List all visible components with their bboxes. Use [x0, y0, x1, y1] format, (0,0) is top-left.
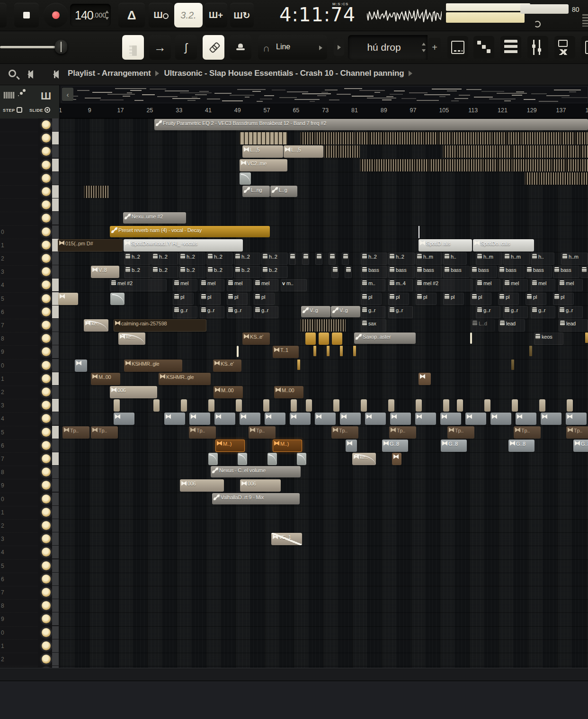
- track-mute-led[interactable]: [42, 655, 51, 664]
- playlist-clip[interactable]: [327, 346, 330, 356]
- ruler-bar-number[interactable]: 25: [146, 107, 153, 114]
- audio-preview-icon[interactable]: [53, 70, 59, 79]
- track-mute-led[interactable]: [42, 120, 51, 129]
- pattern-prev-button[interactable]: [334, 39, 344, 56]
- track-mute-led[interactable]: [42, 428, 51, 437]
- track-mute-led[interactable]: [42, 321, 51, 330]
- playlist-clip[interactable]: Tp..: [447, 426, 474, 439]
- playlist-clip[interactable]: pl: [200, 293, 221, 305]
- playlist-clip[interactable]: [84, 186, 108, 198]
- track-color-bar[interactable]: [52, 172, 59, 185]
- playlist-clip[interactable]: mel: [227, 279, 251, 291]
- playlist-clip[interactable]: g..r: [476, 306, 500, 318]
- playlist-clip[interactable]: L..g: [270, 186, 297, 197]
- stop-button[interactable]: [14, 3, 39, 27]
- track-mute-led[interactable]: [42, 161, 51, 170]
- track-mute-led[interactable]: [42, 361, 51, 370]
- loop-recording-button[interactable]: Ш↻: [230, 3, 254, 27]
- playlist-clip[interactable]: SpotiDownload..Y HI_ -vocals: [124, 239, 243, 252]
- track-mute-led[interactable]: [42, 254, 51, 263]
- track-color-bar[interactable]: [52, 573, 59, 585]
- playlist-clip[interactable]: [189, 413, 210, 425]
- playlist-clip[interactable]: [208, 399, 214, 412]
- playlist-clip[interactable]: Tp..: [62, 426, 89, 439]
- breadcrumb-title[interactable]: Ultrasonic - Slap House Essentials - Cra…: [164, 69, 404, 78]
- ruler-bar-number[interactable]: 137: [556, 107, 566, 114]
- playlist-clip[interactable]: L..ng: [242, 186, 270, 197]
- track-mute-led[interactable]: [42, 494, 51, 503]
- playlist-clip[interactable]: [300, 319, 346, 332]
- playlist-clip[interactable]: bass: [471, 266, 497, 278]
- step-checkbox[interactable]: [17, 107, 22, 113]
- track-mute-led[interactable]: [42, 441, 51, 450]
- track-mute-led[interactable]: [42, 387, 51, 396]
- playlist-clip[interactable]: [240, 172, 251, 185]
- step-toggle[interactable]: STEP: [3, 107, 22, 113]
- playlist-clip[interactable]: [415, 413, 436, 425]
- playlist-clip[interactable]: pl: [388, 293, 409, 305]
- track-color-bar[interactable]: [52, 599, 59, 612]
- playlist-clip[interactable]: keos: [534, 333, 563, 345]
- playlist-clip[interactable]: [361, 399, 367, 412]
- playlist-clip[interactable]: b..2: [179, 266, 205, 278]
- playlist-clip[interactable]: [470, 333, 472, 344]
- playlist-clip[interactable]: [490, 413, 511, 425]
- track-mute-led[interactable]: [42, 227, 51, 236]
- playlist-clip[interactable]: [240, 413, 260, 425]
- slide-toggle[interactable]: SLIDE: [29, 107, 50, 113]
- playlist-clip[interactable]: L..,5: [242, 145, 283, 158]
- step-sequencer-button[interactable]: [473, 36, 494, 59]
- playlist-clip[interactable]: VC2..me: [240, 159, 287, 171]
- playlist-clip[interactable]: Fruity Parametric EQ 2 - VEC3 Bassdrums …: [154, 119, 588, 130]
- playlist-clip[interactable]: 015(..pm D#: [58, 239, 123, 252]
- playlist-clip[interactable]: pl: [526, 293, 546, 305]
- track-mute-led[interactable]: [42, 374, 51, 383]
- playlist-clip[interactable]: 006: [180, 479, 224, 492]
- ruler-bar-number[interactable]: 9: [88, 107, 91, 114]
- playlist-clip[interactable]: sax: [361, 319, 386, 332]
- plugin-picker-button[interactable]: [581, 36, 588, 59]
- playlist-clip[interactable]: bass: [416, 266, 442, 278]
- ruler-bar-number[interactable]: 1: [60, 107, 62, 114]
- playlist-clip[interactable]: [305, 333, 316, 345]
- track-color-bar[interactable]: [52, 145, 59, 158]
- ruler-bar-number[interactable]: 57: [264, 107, 270, 114]
- playlist-clip[interactable]: pl: [416, 293, 437, 305]
- track-color-bar[interactable]: [52, 439, 59, 452]
- playlist-clip[interactable]: SpotiD..als: [419, 239, 472, 252]
- playlist-clip[interactable]: [300, 132, 588, 144]
- playlist-clip[interactable]: pl: [498, 293, 519, 305]
- playlist-clip[interactable]: [75, 360, 87, 372]
- playlist-clip[interactable]: [419, 373, 431, 385]
- playlist-clip[interactable]: h..2: [151, 252, 178, 265]
- zoom-tool-icon[interactable]: [9, 70, 16, 77]
- playlist-clip[interactable]: mel: [173, 279, 197, 291]
- track-color-bar[interactable]: [52, 252, 59, 265]
- ruler-bar-number[interactable]: 41: [205, 107, 212, 114]
- playlist-clip[interactable]: [332, 333, 342, 345]
- track-color-bar[interactable]: [52, 359, 59, 372]
- track-color-bar[interactable]: [52, 332, 59, 345]
- playlist-clip[interactable]: [164, 413, 185, 425]
- playlist-clip[interactable]: T..1: [273, 346, 299, 358]
- track-color-bar[interactable]: [52, 185, 59, 198]
- playlist-clip[interactable]: g..r: [531, 306, 555, 318]
- playlist-clip[interactable]: [315, 413, 336, 425]
- wait-for-input-button[interactable]: Ш: [149, 3, 173, 27]
- playlist-clip[interactable]: [360, 159, 588, 171]
- playlist-clip[interactable]: ke..: [84, 319, 108, 332]
- timeline-ruler[interactable]: 1917253341495765738189971051131211291371…: [60, 103, 588, 118]
- track-color-bar[interactable]: [52, 386, 59, 398]
- pattern-spinner[interactable]: [422, 42, 426, 53]
- shuffle-slider-icon[interactable]: [582, 14, 588, 27]
- playlist-clip[interactable]: V..g: [331, 306, 360, 317]
- playlist-clip[interactable]: M..00: [274, 386, 303, 398]
- zoom-slider-thumb[interactable]: [55, 40, 67, 54]
- playlist-clip[interactable]: b..2: [206, 266, 233, 278]
- playlist-clip[interactable]: [240, 132, 287, 144]
- playlist-clip[interactable]: g..r: [227, 306, 251, 318]
- playlist-clip[interactable]: ke...: [118, 333, 145, 345]
- playlist-clip[interactable]: 006: [240, 479, 281, 492]
- playlist-clip[interactable]: L..,5: [284, 145, 323, 158]
- playlist-clip[interactable]: [297, 360, 300, 370]
